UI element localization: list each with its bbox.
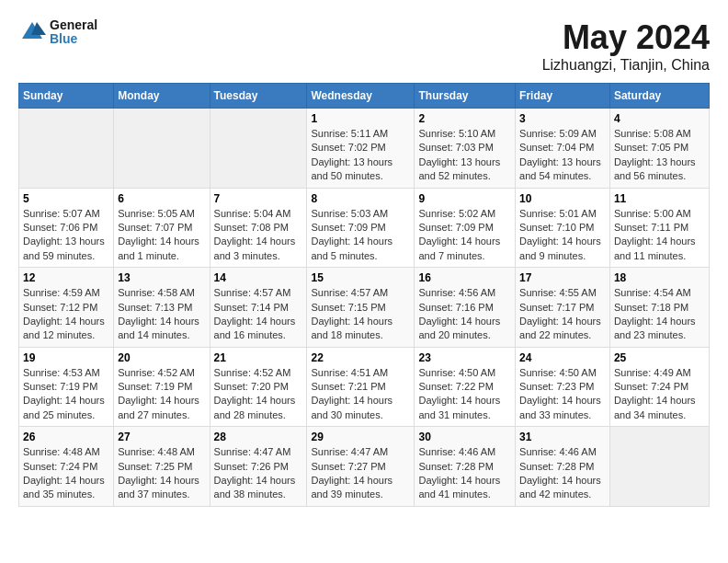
calendar-cell: 30Sunrise: 4:46 AMSunset: 7:28 PMDayligh… [415, 427, 516, 507]
daylight-text: Daylight: 14 hours and 16 minutes. [214, 316, 296, 340]
day-number: 23 [418, 351, 511, 364]
calendar-cell: 22Sunrise: 4:51 AMSunset: 7:21 PMDayligh… [307, 347, 415, 427]
sunrise-text: Sunrise: 4:47 AM [214, 446, 291, 457]
calendar-cell: 5Sunrise: 5:07 AMSunset: 7:06 PMDaylight… [19, 188, 114, 268]
sunset-text: Sunset: 7:20 PM [214, 381, 289, 392]
sunset-text: Sunset: 7:17 PM [519, 302, 594, 313]
day-number: 25 [614, 351, 705, 364]
calendar-week-row: 19Sunrise: 4:53 AMSunset: 7:19 PMDayligh… [19, 347, 710, 427]
sunset-text: Sunset: 7:08 PM [214, 222, 289, 233]
day-info: Sunrise: 5:09 AMSunset: 7:04 PMDaylight:… [519, 127, 606, 184]
day-info: Sunrise: 5:03 AMSunset: 7:09 PMDaylight:… [311, 207, 410, 264]
day-number: 21 [214, 351, 303, 364]
sunrise-text: Sunrise: 4:55 AM [519, 287, 597, 298]
calendar-cell: 15Sunrise: 4:57 AMSunset: 7:15 PMDayligh… [307, 268, 415, 348]
weekday-header-row: SundayMondayTuesdayWednesdayThursdayFrid… [19, 84, 710, 109]
calendar-cell: 4Sunrise: 5:08 AMSunset: 7:05 PMDaylight… [609, 109, 709, 189]
day-number: 20 [118, 351, 205, 364]
sunrise-text: Sunrise: 4:49 AM [614, 367, 691, 378]
sunrise-text: Sunrise: 4:48 AM [23, 446, 100, 457]
logo-line2: Blue [50, 32, 97, 46]
sunrise-text: Sunrise: 5:03 AM [311, 208, 388, 219]
sunset-text: Sunset: 7:12 PM [23, 302, 97, 313]
daylight-text: Daylight: 14 hours and 28 minutes. [214, 395, 296, 419]
sunrise-text: Sunrise: 4:56 AM [418, 287, 495, 298]
daylight-text: Daylight: 14 hours and 34 minutes. [614, 395, 696, 419]
calendar-cell: 16Sunrise: 4:56 AMSunset: 7:16 PMDayligh… [415, 268, 516, 348]
calendar-cell [19, 109, 114, 189]
daylight-text: Daylight: 13 hours and 54 minutes. [519, 156, 601, 181]
calendar-table: SundayMondayTuesdayWednesdayThursdayFrid… [18, 83, 710, 507]
daylight-text: Daylight: 14 hours and 23 minutes. [614, 316, 696, 340]
weekday-header-thursday: Thursday [415, 84, 516, 109]
sunrise-text: Sunrise: 5:07 AM [23, 208, 100, 219]
day-info: Sunrise: 5:05 AMSunset: 7:07 PMDaylight:… [118, 207, 205, 264]
calendar-week-row: 26Sunrise: 4:48 AMSunset: 7:24 PMDayligh… [19, 427, 710, 507]
sunset-text: Sunset: 7:11 PM [614, 222, 688, 233]
day-info: Sunrise: 5:07 AMSunset: 7:06 PMDaylight:… [23, 207, 109, 264]
daylight-text: Daylight: 14 hours and 5 minutes. [311, 236, 392, 260]
calendar-cell: 8Sunrise: 5:03 AMSunset: 7:09 PMDaylight… [307, 188, 415, 268]
day-info: Sunrise: 4:57 AMSunset: 7:15 PMDaylight:… [311, 286, 410, 343]
day-info: Sunrise: 5:04 AMSunset: 7:08 PMDaylight:… [214, 207, 303, 264]
sunset-text: Sunset: 7:23 PM [519, 381, 594, 392]
day-info: Sunrise: 4:55 AMSunset: 7:17 PMDaylight:… [519, 286, 606, 343]
daylight-text: Daylight: 14 hours and 37 minutes. [118, 475, 199, 500]
weekday-header-saturday: Saturday [609, 84, 709, 109]
sunrise-text: Sunrise: 4:57 AM [311, 287, 388, 298]
day-info: Sunrise: 5:10 AMSunset: 7:03 PMDaylight:… [418, 127, 511, 184]
calendar-cell [114, 109, 210, 189]
page-subtitle: Lizhuangzi, Tianjin, China [542, 57, 710, 74]
day-info: Sunrise: 5:00 AMSunset: 7:11 PMDaylight:… [614, 207, 705, 264]
sunrise-text: Sunrise: 4:54 AM [614, 287, 691, 298]
calendar-cell: 24Sunrise: 4:50 AMSunset: 7:23 PMDayligh… [516, 347, 610, 427]
sunrise-text: Sunrise: 4:50 AM [519, 367, 597, 378]
daylight-text: Daylight: 14 hours and 1 minute. [118, 236, 199, 260]
day-info: Sunrise: 4:46 AMSunset: 7:28 PMDaylight:… [418, 445, 511, 502]
sunset-text: Sunset: 7:10 PM [519, 222, 594, 233]
day-number: 28 [214, 431, 303, 443]
day-info: Sunrise: 5:02 AMSunset: 7:09 PMDaylight:… [418, 207, 511, 264]
sunrise-text: Sunrise: 5:01 AM [519, 208, 597, 219]
weekday-header-wednesday: Wednesday [307, 84, 415, 109]
daylight-text: Daylight: 14 hours and 3 minutes. [214, 236, 296, 260]
sunset-text: Sunset: 7:09 PM [418, 222, 493, 233]
day-info: Sunrise: 4:48 AMSunset: 7:25 PMDaylight:… [118, 445, 205, 502]
sunrise-text: Sunrise: 4:59 AM [23, 287, 100, 298]
sunset-text: Sunset: 7:06 PM [23, 222, 97, 233]
day-number: 31 [519, 431, 606, 443]
day-info: Sunrise: 4:50 AMSunset: 7:23 PMDaylight:… [519, 366, 606, 423]
day-info: Sunrise: 4:56 AMSunset: 7:16 PMDaylight:… [418, 286, 511, 343]
sunrise-text: Sunrise: 4:46 AM [519, 446, 597, 457]
day-info: Sunrise: 4:57 AMSunset: 7:14 PMDaylight:… [214, 286, 303, 343]
sunset-text: Sunset: 7:21 PM [311, 381, 385, 392]
day-number: 13 [118, 271, 205, 284]
daylight-text: Daylight: 14 hours and 31 minutes. [418, 395, 500, 419]
calendar-cell: 14Sunrise: 4:57 AMSunset: 7:14 PMDayligh… [210, 268, 307, 348]
sunset-text: Sunset: 7:14 PM [214, 302, 289, 313]
day-number: 26 [23, 431, 109, 443]
sunset-text: Sunset: 7:27 PM [311, 461, 385, 472]
daylight-text: Daylight: 13 hours and 50 minutes. [311, 156, 392, 181]
day-number: 24 [519, 351, 606, 364]
calendar-cell: 2Sunrise: 5:10 AMSunset: 7:03 PMDaylight… [415, 109, 516, 189]
calendar-cell: 1Sunrise: 5:11 AMSunset: 7:02 PMDaylight… [307, 109, 415, 189]
day-number: 18 [614, 271, 705, 284]
sunset-text: Sunset: 7:13 PM [118, 302, 192, 313]
calendar-cell [210, 109, 307, 189]
sunset-text: Sunset: 7:18 PM [614, 302, 688, 313]
daylight-text: Daylight: 14 hours and 38 minutes. [214, 475, 296, 500]
day-info: Sunrise: 5:01 AMSunset: 7:10 PMDaylight:… [519, 207, 606, 264]
calendar-cell: 3Sunrise: 5:09 AMSunset: 7:04 PMDaylight… [516, 109, 610, 189]
day-info: Sunrise: 4:47 AMSunset: 7:26 PMDaylight:… [214, 445, 303, 502]
sunset-text: Sunset: 7:07 PM [118, 222, 192, 233]
day-number: 17 [519, 271, 606, 284]
sunset-text: Sunset: 7:02 PM [311, 142, 385, 153]
day-number: 9 [418, 192, 511, 205]
weekday-header-monday: Monday [114, 84, 210, 109]
day-number: 7 [214, 192, 303, 205]
daylight-text: Daylight: 13 hours and 56 minutes. [614, 156, 696, 181]
sunrise-text: Sunrise: 5:05 AM [118, 208, 195, 219]
daylight-text: Daylight: 14 hours and 25 minutes. [23, 395, 105, 419]
weekday-header-tuesday: Tuesday [210, 84, 307, 109]
